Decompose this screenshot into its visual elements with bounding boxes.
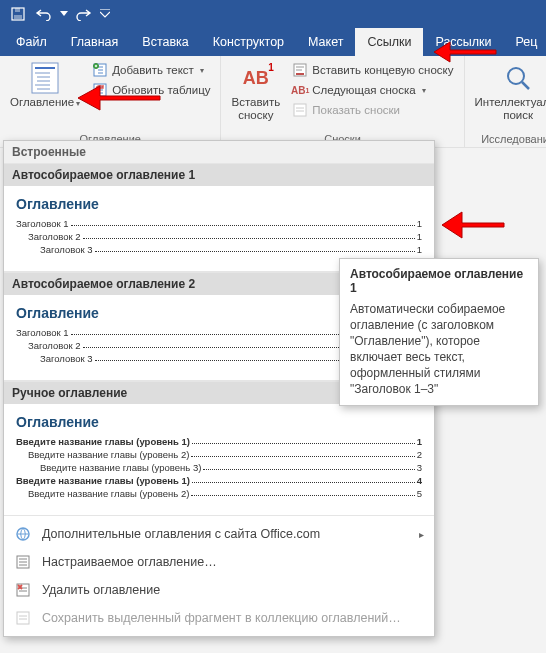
- group-research-label: Исследование: [469, 133, 546, 147]
- show-notes-icon: [292, 102, 308, 118]
- undo-button[interactable]: [32, 3, 56, 25]
- tooltip-body: Автоматически собираемое оглавление (с з…: [350, 301, 528, 397]
- update-table-icon: [92, 82, 108, 98]
- insert-footnote-label: Вставитьсноску: [231, 96, 280, 122]
- toc-button-label: Оглавление▾: [10, 96, 80, 110]
- tooltip-title: Автособираемое оглавление 1: [350, 267, 528, 295]
- toc-button[interactable]: Оглавление▾: [4, 58, 86, 133]
- save-selection-icon: [14, 609, 32, 627]
- svg-rect-2: [14, 15, 22, 19]
- ribbon: Оглавление▾ Добавить текст▾ Обновить таб…: [0, 56, 546, 148]
- toc-entry: Заголовок 21: [16, 231, 422, 242]
- tab-review[interactable]: Рец: [504, 28, 546, 56]
- preview-heading: Оглавление: [16, 196, 422, 212]
- menu-more-office[interactable]: Дополнительные оглавления с сайта Office…: [4, 520, 434, 548]
- smart-lookup-button[interactable]: Интеллектуальнпоиск: [469, 58, 546, 133]
- tab-mailings[interactable]: Рассылки: [423, 28, 503, 56]
- next-footnote-button[interactable]: AB1 Следующая сноска▾: [288, 80, 457, 100]
- svg-rect-23: [511, 71, 521, 81]
- menu-save-selection-label: Сохранить выделенный фрагмент в коллекци…: [42, 611, 401, 625]
- add-text-icon: [92, 62, 108, 78]
- toc-entry: Введите название главы (уровень 3)3: [16, 462, 422, 473]
- update-table-label: Обновить таблицу: [112, 84, 210, 96]
- menu-remove-toc-label: Удалить оглавление: [42, 583, 160, 597]
- ribbon-tabs: Файл Главная Вставка Конструктор Макет С…: [0, 28, 546, 56]
- smart-lookup-label: Интеллектуальнпоиск: [475, 96, 546, 122]
- quick-access-toolbar: [0, 0, 546, 28]
- tab-layout[interactable]: Макет: [296, 28, 355, 56]
- svg-rect-18: [294, 104, 306, 116]
- insert-endnote-button[interactable]: Вставить концевую сноску: [288, 60, 457, 80]
- add-text-button[interactable]: Добавить текст▾: [88, 60, 214, 80]
- menu-custom-toc[interactable]: Настраиваемое оглавление…: [4, 548, 434, 576]
- redo-button[interactable]: [72, 3, 96, 25]
- menu-remove-toc[interactable]: Удалить оглавление: [4, 576, 434, 604]
- chevron-right-icon: ▸: [419, 529, 424, 540]
- tab-design[interactable]: Конструктор: [201, 28, 296, 56]
- toc-entry: Введите название главы (уровень 2)2: [16, 449, 422, 460]
- svg-rect-32: [17, 612, 29, 624]
- auto-toc-1-title: Автособираемое оглавление 1: [4, 163, 434, 186]
- gallery-builtin-header: Встроенные: [4, 141, 434, 163]
- menu-more-office-label: Дополнительные оглавления с сайта Office…: [42, 527, 320, 541]
- annotation-arrow-3: [438, 200, 508, 250]
- toc-entry: Введите название главы (уровень 1)4: [16, 475, 422, 486]
- next-footnote-label: Следующая сноска: [312, 84, 415, 96]
- menu-custom-toc-label: Настраиваемое оглавление…: [42, 555, 217, 569]
- group-research: Интеллектуальнпоиск Исследование: [465, 56, 546, 147]
- manual-toc-preview[interactable]: Оглавление Введите название главы (урове…: [4, 404, 434, 516]
- svg-point-21: [508, 68, 524, 84]
- group-footnotes: AB1 Вставитьсноску Вставить концевую сно…: [221, 56, 464, 147]
- tab-home[interactable]: Главная: [59, 28, 131, 56]
- custom-toc-icon: [14, 553, 32, 571]
- qat-customize[interactable]: [98, 3, 112, 25]
- tab-references[interactable]: Ссылки: [355, 28, 423, 56]
- office-icon: [14, 525, 32, 543]
- toc-entry: Введите название главы (уровень 2)5: [16, 488, 422, 499]
- update-table-button[interactable]: Обновить таблицу: [88, 80, 214, 100]
- smart-lookup-icon: [502, 62, 534, 94]
- insert-footnote-button[interactable]: AB1 Вставитьсноску: [225, 58, 286, 133]
- tab-insert[interactable]: Вставка: [130, 28, 200, 56]
- tab-file[interactable]: Файл: [4, 28, 59, 56]
- remove-toc-icon: [14, 581, 32, 599]
- add-text-label: Добавить текст: [112, 64, 194, 76]
- endnote-icon: [292, 62, 308, 78]
- undo-dropdown[interactable]: [58, 3, 70, 25]
- toc-entry: Заголовок 31: [16, 244, 422, 255]
- svg-line-22: [522, 82, 529, 89]
- show-notes-button: Показать сноски: [288, 100, 457, 120]
- save-button[interactable]: [6, 3, 30, 25]
- toc-entry: Введите название главы (уровень 1)1: [16, 436, 422, 447]
- toc-entry: Заголовок 11: [16, 218, 422, 229]
- next-footnote-icon: AB1: [292, 82, 308, 98]
- preview-heading: Оглавление: [16, 414, 422, 430]
- svg-rect-1: [15, 8, 20, 12]
- show-notes-label: Показать сноски: [312, 104, 400, 116]
- gallery-menu: Дополнительные оглавления с сайта Office…: [4, 516, 434, 636]
- group-toc: Оглавление▾ Добавить текст▾ Обновить таб…: [0, 56, 221, 147]
- insert-endnote-label: Вставить концевую сноску: [312, 64, 453, 76]
- toc-icon: [29, 62, 61, 94]
- tooltip-auto-toc-1: Автособираемое оглавление 1 Автоматическ…: [339, 258, 539, 406]
- footnote-icon: AB1: [240, 62, 272, 94]
- menu-save-selection: Сохранить выделенный фрагмент в коллекци…: [4, 604, 434, 632]
